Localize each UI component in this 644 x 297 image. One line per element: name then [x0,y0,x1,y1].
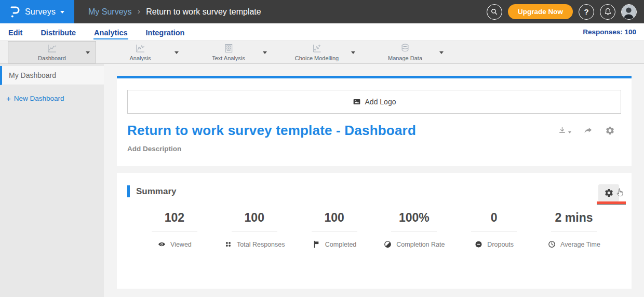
toolbar-item-label: Analysis [130,55,151,61]
summary-title: Summary [136,186,176,197]
sidebar-item-label: My Dashboard [9,71,56,79]
dashboard-content: Add Logo Return to work survey template … [104,64,644,297]
analytics-toolbar: Dashboard Analysis Text Analysis Choice … [0,40,644,64]
stat-label: Completion Rate [396,241,445,248]
stat-value: 0 [491,211,498,225]
stat-label: Completed [325,241,356,248]
clock-icon [547,240,556,249]
notifications-button[interactable] [600,4,615,20]
accent-bar [127,185,130,197]
breadcrumb-current-survey: Return to work survey template [146,7,261,17]
highlight-underline [597,201,626,205]
toolbar-item-dashboard[interactable]: Dashboard [8,41,96,63]
stat-label: Viewed [170,241,192,248]
download-button[interactable] [557,126,571,136]
caret-down-icon[interactable] [86,51,90,54]
trend-chart-icon [135,43,146,53]
sidebar-item-my-dashboard[interactable]: My Dashboard [0,66,104,85]
help-button[interactable]: ? [579,4,594,20]
toolbar-item-manage-data[interactable]: Manage Data [361,41,449,63]
upgrade-now-button[interactable]: Upgrade Now [508,4,573,19]
toolbar-item-label: Manage Data [388,55,422,61]
image-icon [353,98,361,106]
main-area: My Dashboard + New Dashboard Add Logo Re… [0,64,644,297]
gear-icon [605,126,615,136]
dashboard-sidebar: My Dashboard + New Dashboard [0,64,104,297]
stat-average-time: 2 mins Average Time [534,211,614,249]
divider [471,232,517,232]
toolbar-item-label: Text Analysis [212,55,245,61]
title-actions [557,126,621,136]
stat-dropouts: 0 Dropouts [454,211,534,249]
new-dashboard-button[interactable]: + New Dashboard [6,94,104,103]
new-dashboard-label: New Dashboard [14,95,64,102]
user-photo-icon [622,5,636,19]
share-icon [583,126,593,136]
stat-total-responses: 100 Total Responses [214,211,294,249]
plus-icon: + [6,94,11,103]
search-button[interactable] [487,4,502,20]
caret-down-icon [60,11,64,14]
stat-label: Total Responses [237,241,285,248]
tab-integration[interactable]: Integration [145,25,185,39]
toolbar-item-label: Dashboard [38,55,66,61]
summary-settings-button[interactable] [598,184,619,201]
stat-label: Dropouts [487,241,514,248]
breadcrumb-my-surveys[interactable]: My Surveys [88,7,132,17]
product-switcher[interactable]: Surveys [0,0,74,23]
dots-grid-icon [224,240,233,249]
search-icon [490,7,499,16]
stat-completion-rate: 100% Completion Rate [374,211,454,249]
responses-count: Responses: 100 [583,28,636,36]
stat-completed: 100 Completed [294,211,374,249]
toolbar-item-analysis[interactable]: Analysis [96,41,184,63]
header-actions: Upgrade Now ? [487,4,644,20]
summary-header: Summary [127,185,621,197]
tab-edit[interactable]: Edit [8,25,23,39]
questionpro-logo-icon [10,6,20,18]
add-description-placeholder[interactable]: Add Description [127,145,621,153]
text-grid-icon [223,43,234,53]
divider [232,232,277,232]
caret-down-icon[interactable] [175,51,179,54]
add-logo-label: Add Logo [365,98,396,106]
dashboard-settings-button[interactable] [605,126,615,136]
minus-circle-icon [474,240,483,249]
caret-down-icon[interactable] [263,51,267,54]
avatar[interactable] [621,4,637,20]
dashboard-header-card: Add Logo Return to work survey template … [117,76,632,166]
flag-icon [312,240,321,249]
divider [391,232,437,232]
caret-down-icon [568,131,571,133]
scatter-chart-icon [311,43,323,53]
page-title[interactable]: Return to work survey template - Dashboa… [127,123,416,139]
product-name: Surveys [25,7,56,17]
line-chart-icon [46,43,58,53]
eye-icon [157,240,166,249]
breadcrumb-separator-icon: › [138,7,141,16]
stat-value: 100% [399,211,430,225]
top-header: Surveys My Surveys › Return to work surv… [0,0,644,23]
question-mark-icon: ? [584,7,588,16]
half-circle-icon [383,240,392,249]
tab-distribute[interactable]: Distribute [40,25,76,39]
toolbar-item-choice-modelling[interactable]: Choice Modelling [273,41,361,63]
stat-value: 102 [165,211,184,225]
summary-card: Summary 102 Viewed 100 [117,173,632,289]
share-button[interactable] [583,126,593,136]
toolbar-item-text-analysis[interactable]: Text Analysis [184,41,273,63]
database-icon [399,43,411,53]
caret-down-icon[interactable] [439,51,444,54]
download-icon [557,126,567,136]
survey-subnav: Edit Distribute Analytics Integration Re… [0,23,644,40]
breadcrumb: My Surveys › Return to work survey templ… [88,7,261,17]
stat-value: 100 [324,211,344,225]
divider [152,232,197,232]
divider [312,232,357,232]
title-row: Return to work survey template - Dashboa… [127,123,621,139]
stat-value: 100 [245,211,264,225]
caret-down-icon[interactable] [351,51,355,54]
tab-analytics[interactable]: Analytics [93,25,128,39]
add-logo-box[interactable]: Add Logo [127,90,621,114]
divider [551,232,597,232]
